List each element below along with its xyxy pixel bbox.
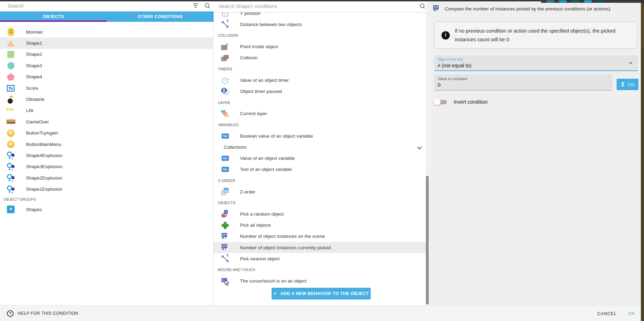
condition-section-header: TIMERS — [214, 63, 429, 75]
object-list-item[interactable]: Score — [0, 83, 214, 94]
object-list-item[interactable]: Shape2 — [0, 49, 214, 60]
cancel-button[interactable]: CANCEL — [597, 305, 617, 321]
icon-box — [6, 185, 15, 193]
bomb-icon — [7, 95, 15, 104]
help-button[interactable]: HELP FOR THIS CONDITION — [7, 305, 78, 321]
add-behavior-button[interactable]: + ADD A NEW BEHAVIOR TO THE OBJECT — [272, 288, 371, 300]
filter-icon[interactable] — [193, 3, 198, 8]
toggle-knob — [433, 98, 441, 105]
zorder-icon — [221, 188, 229, 196]
object-list-item[interactable]: Obstacle — [0, 94, 214, 105]
condition-item[interactable]: Distance between two objects — [214, 19, 429, 30]
object-label: Shape2Explosion — [26, 175, 62, 181]
object-list-item[interactable]: Shape4Explosion — [0, 150, 214, 161]
condition-section-header: MOUSE AND TOUCH — [214, 264, 429, 275]
tab-objects[interactable]: OBJECTS — [0, 11, 107, 22]
icon-box — [6, 108, 15, 113]
explosion-icon — [7, 185, 15, 193]
info-icon — [441, 31, 450, 40]
condition-item[interactable]: Pick all objects — [214, 220, 429, 231]
condition-item[interactable]: Pick a random object — [214, 208, 429, 219]
object-list-item[interactable]: Shape3Explosion — [0, 161, 214, 172]
condition-item[interactable]: Collision — [214, 52, 429, 63]
condition-label: Pick a random object — [240, 211, 284, 217]
conditions-search-input[interactable] — [218, 2, 413, 11]
condition-item[interactable]: Number of object instances on the scene — [214, 231, 429, 242]
value-to-compare-input[interactable] — [438, 82, 604, 88]
object-list-item[interactable]: ButtonMainMenu — [0, 139, 214, 150]
object-list-item[interactable]: Shape4 — [0, 71, 214, 83]
invert-condition-label: Invert condition — [454, 99, 488, 105]
icon-box — [6, 151, 15, 159]
condition-parameters-panel: Compare the number of instances picked b… — [429, 0, 641, 305]
condition-label: Object timer paused — [240, 89, 282, 94]
condition-item[interactable]: Current layer — [214, 108, 429, 119]
explosion-icon — [7, 174, 15, 182]
tab-other-conditions[interactable]: OTHER CONDITIONS — [107, 11, 214, 22]
random-icon — [221, 210, 229, 218]
object-label: Shape3 — [26, 63, 42, 68]
ok-button[interactable]: OK — [628, 305, 635, 321]
condition-item[interactable]: The cursor/touch is on an object — [214, 276, 429, 287]
object-list-item[interactable]: Shape2Explosion — [0, 172, 214, 183]
object-list-item[interactable]: GameOver — [0, 116, 214, 127]
object-label: Shape1Explosion — [26, 186, 62, 192]
icon-box — [221, 188, 229, 196]
icon-box — [221, 255, 229, 262]
object-label: Shape2 — [26, 52, 42, 57]
condition-item[interactable]: Point inside object — [214, 41, 429, 52]
help-icon — [7, 310, 14, 317]
icon-box — [6, 163, 15, 171]
object-list-item[interactable]: Shape3 — [0, 60, 214, 71]
mouse-cursor — [225, 279, 230, 286]
sigma-icon: Σ — [621, 81, 625, 88]
pentagon-icon — [7, 73, 15, 80]
condition-label: Collision — [240, 55, 258, 60]
explosion-icon — [7, 163, 15, 171]
icon-box — [221, 43, 229, 50]
scrollbar-thumb[interactable] — [426, 176, 429, 304]
object-group-item[interactable]: Shapes — [0, 204, 214, 215]
timer-icon — [221, 76, 229, 84]
condition-item[interactable]: Object timer paused — [214, 86, 429, 97]
value-to-compare-field[interactable]: Value to compare — [434, 74, 612, 90]
icon-box — [6, 206, 15, 213]
scrollbar-track[interactable] — [426, 0, 429, 305]
add-behavior-label: ADD A NEW BEHAVIOR TO THE OBJECT — [280, 291, 369, 296]
condition-label: Pick all objects — [240, 223, 271, 228]
condition-item[interactable]: Value of an object timer — [214, 75, 429, 86]
instruction-editor-dialog: OBJECTS OTHER CONDITIONS MonsterShape1Sh… — [0, 0, 644, 321]
icon-box — [221, 110, 229, 118]
object-label: Life — [26, 108, 34, 113]
condition-item[interactable]: Number of object instances currently pic… — [214, 242, 429, 253]
object-list-item[interactable]: Life — [0, 105, 214, 116]
icon-box — [6, 120, 15, 124]
condition-label: The cursor/touch is on an object — [240, 278, 307, 284]
condition-subcategory[interactable]: Collections — [214, 141, 429, 153]
object-list-item[interactable]: Monster — [0, 26, 214, 37]
instance-count-icon — [433, 5, 440, 12]
condition-item[interactable]: Value of an object variable — [214, 153, 429, 164]
icon-box — [6, 85, 15, 92]
instance-count-icon — [221, 244, 229, 251]
subcategory-label: Collections — [224, 145, 247, 150]
background-toolbar-fragment — [572, 0, 579, 2]
condition-item[interactable]: Text of an object variable — [214, 164, 429, 175]
condition-item[interactable]: Boolean value of an object variable — [214, 130, 429, 141]
object-selector-panel: OBJECTS OTHER CONDITIONS MonsterShape1Sh… — [0, 0, 214, 305]
invert-condition-toggle[interactable] — [433, 98, 449, 106]
sign-of-test-select[interactable]: Sign of the test ≠ (not equal to) — [434, 55, 638, 71]
object-list-item[interactable]: Shape1Explosion — [0, 183, 214, 194]
object-label: Shape3Explosion — [26, 164, 62, 169]
object-list-item[interactable]: ButtonTryAgain — [0, 128, 214, 139]
square-icon — [7, 51, 14, 58]
explosion-icon — [7, 151, 15, 159]
nearest-icon — [221, 255, 229, 262]
condition-item[interactable]: Z-order — [214, 186, 429, 197]
expression-editor-button[interactable]: Σ 123 — [617, 79, 638, 90]
object-list-item[interactable]: Shape1 — [0, 37, 214, 49]
condition-item[interactable]: Pick nearest object — [214, 253, 429, 264]
chevron-down-icon[interactable] — [417, 145, 422, 149]
objects-search-input[interactable] — [8, 1, 181, 10]
condition-section-header: OBJECTS — [214, 197, 429, 208]
